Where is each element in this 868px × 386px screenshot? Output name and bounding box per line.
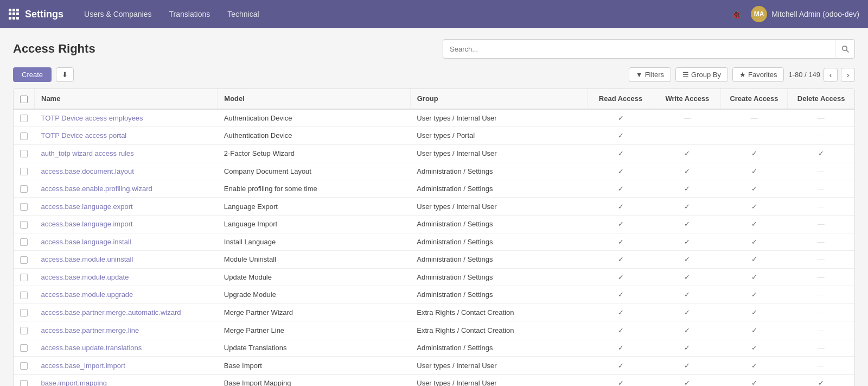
write-check-icon: ✓: [684, 308, 690, 317]
cell-name[interactable]: access.base.language.install: [35, 233, 218, 251]
cell-delete: —: [788, 321, 854, 339]
cell-name[interactable]: TOTP Device access employees: [35, 109, 218, 127]
header-write-access[interactable]: Write Access: [654, 89, 720, 109]
create-check-icon: ✓: [751, 273, 757, 281]
search-bar: [443, 39, 855, 59]
cell-name[interactable]: access.base.partner.merge.line: [35, 321, 218, 339]
row-checkbox[interactable]: [20, 203, 28, 211]
table-row[interactable]: access.base.update.translationsUpdate Tr…: [14, 339, 854, 357]
table-row[interactable]: access.base.partner.merge.lineMerge Part…: [14, 321, 854, 339]
cell-write: ✓: [654, 375, 720, 387]
debug-icon[interactable]: 🐞: [731, 9, 742, 20]
cell-name[interactable]: auth_totp wizard access rules: [35, 144, 218, 162]
nav-users-companies[interactable]: Users & Companies: [76, 7, 159, 22]
filters-button[interactable]: ▼ Filters: [629, 67, 671, 82]
row-checkbox[interactable]: [20, 115, 28, 122]
table-row[interactable]: access.base.language.exportLanguage Expo…: [14, 198, 854, 216]
search-icon: [841, 45, 849, 53]
toolbar: Create ⬇ ▼ Filters ☰ Group By ★ Favorite…: [13, 67, 855, 82]
cell-write: ✓: [654, 198, 720, 216]
create-check-icon: ✓: [751, 185, 757, 193]
delete-empty-icon: —: [818, 167, 825, 175]
create-empty-icon: —: [751, 114, 758, 122]
search-input[interactable]: [443, 45, 835, 53]
header-delete-access[interactable]: Delete Access: [788, 89, 854, 109]
row-checkbox[interactable]: [20, 380, 28, 386]
pagination-prev[interactable]: ‹: [824, 68, 838, 82]
table-row[interactable]: access.base.module.upgradeUpgrade Module…: [14, 286, 854, 304]
row-checkbox[interactable]: [20, 292, 28, 299]
create-button[interactable]: Create: [13, 67, 52, 82]
table-row[interactable]: access.base.document.layoutCompany Docum…: [14, 162, 854, 180]
nav-translations[interactable]: Translations: [162, 7, 218, 22]
row-checkbox[interactable]: [20, 168, 28, 175]
row-checkbox[interactable]: [20, 256, 28, 264]
table-row[interactable]: access.base_import.importBase ImportUser…: [14, 357, 854, 375]
table-row[interactable]: TOTP Device access portalAuthentication …: [14, 127, 854, 145]
cell-group: Administration / Settings: [410, 180, 587, 198]
username: Mitchell Admin (odoo-dev): [771, 10, 859, 18]
header-name[interactable]: Name: [35, 89, 218, 109]
cell-name[interactable]: TOTP Device access portal: [35, 127, 218, 145]
pagination-next[interactable]: ›: [841, 68, 855, 82]
cell-write: —: [654, 127, 720, 145]
table-row[interactable]: access.base.module.updateUpdate ModuleAd…: [14, 268, 854, 286]
cell-name[interactable]: access.base.enable.profiling.wizard: [35, 180, 218, 198]
cell-name[interactable]: access.base.update.translations: [35, 339, 218, 357]
groupby-icon: ☰: [682, 71, 689, 79]
write-check-icon: ✓: [684, 379, 690, 386]
cell-group: User types / Portal: [410, 127, 587, 145]
row-checkbox[interactable]: [20, 344, 28, 352]
cell-name[interactable]: access.base.language.import: [35, 215, 218, 233]
app-title[interactable]: Settings: [25, 9, 63, 20]
cell-name[interactable]: access.base.module.update: [35, 268, 218, 286]
cell-name[interactable]: access.base.partner.merge.automatic.wiza…: [35, 303, 218, 321]
row-checkbox[interactable]: [20, 309, 28, 317]
write-check-icon: ✓: [684, 149, 690, 157]
table-row[interactable]: access.base.enable.profiling.wizardEnabl…: [14, 180, 854, 198]
download-button[interactable]: ⬇: [56, 67, 74, 82]
table-row[interactable]: access.base.partner.merge.automatic.wiza…: [14, 303, 854, 321]
cell-read: ✓: [588, 339, 654, 357]
cell-group: Administration / Settings: [410, 339, 587, 357]
row-checkbox[interactable]: [20, 238, 28, 246]
pagination-count: 1-80 / 149: [788, 71, 820, 79]
cell-create: ✓: [720, 180, 787, 198]
favorites-button[interactable]: ★ Favorites: [732, 67, 784, 82]
table-row[interactable]: TOTP Device access employeesAuthenticati…: [14, 109, 854, 127]
delete-empty-icon: —: [818, 362, 825, 370]
row-checkbox[interactable]: [20, 362, 28, 370]
row-checkbox[interactable]: [20, 185, 28, 193]
cell-delete: —: [788, 303, 854, 321]
cell-name[interactable]: access.base.module.upgrade: [35, 286, 218, 304]
header-read-access[interactable]: Read Access: [588, 89, 654, 109]
cell-name[interactable]: access.base.language.export: [35, 198, 218, 216]
table-row[interactable]: access.base.language.installInstall Lang…: [14, 233, 854, 251]
cell-create: ✓: [720, 286, 787, 304]
cell-name[interactable]: base.import.mapping: [35, 375, 218, 387]
filter-icon: ▼: [636, 71, 643, 79]
table-row[interactable]: auth_totp wizard access rules2-Factor Se…: [14, 144, 854, 162]
nav-technical[interactable]: Technical: [220, 7, 266, 22]
table-row[interactable]: access.base.language.importLanguage Impo…: [14, 215, 854, 233]
row-checkbox[interactable]: [20, 132, 28, 140]
groupby-button[interactable]: ☰ Group By: [675, 67, 728, 82]
user-menu[interactable]: MA Mitchell Admin (odoo-dev): [751, 6, 859, 22]
row-checkbox[interactable]: [20, 274, 28, 281]
header-model[interactable]: Model: [218, 89, 410, 109]
cell-name[interactable]: access.base.document.layout: [35, 162, 218, 180]
table-row[interactable]: base.import.mappingBase Import MappingUs…: [14, 375, 854, 387]
row-checkbox[interactable]: [20, 150, 28, 157]
select-all-checkbox[interactable]: [20, 96, 28, 103]
cell-name[interactable]: access.base.module.uninstall: [35, 251, 218, 269]
app-switcher-icon[interactable]: [9, 9, 20, 20]
cell-group: Extra Rights / Contact Creation: [410, 303, 587, 321]
header-group[interactable]: Group: [410, 89, 587, 109]
header-create-access[interactable]: Create Access: [720, 89, 787, 109]
table-row[interactable]: access.base.module.uninstallModule Unins…: [14, 251, 854, 269]
search-button[interactable]: [835, 40, 854, 58]
row-checkbox[interactable]: [20, 221, 28, 229]
cell-name[interactable]: access.base_import.import: [35, 357, 218, 375]
row-checkbox[interactable]: [20, 327, 28, 334]
write-check-icon: ✓: [684, 203, 690, 211]
